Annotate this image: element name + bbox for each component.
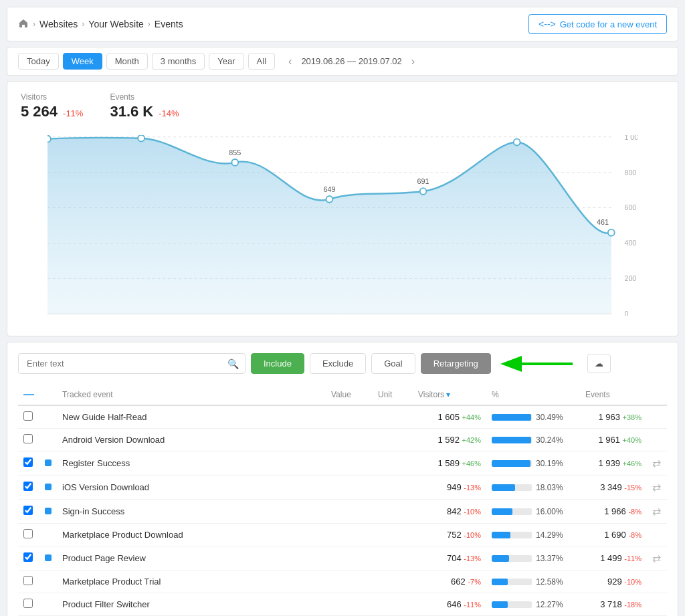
row-events: 1 499 -11% xyxy=(580,546,647,571)
arrow-annotation xyxy=(499,354,579,373)
col-header-indicator xyxy=(39,385,57,405)
row-checkbox[interactable] xyxy=(23,482,33,491)
row-indicator-cell xyxy=(39,429,57,451)
col-header-events: Events xyxy=(580,385,647,405)
table-row: Product Filter Switcher 646 -11% 12.27% … xyxy=(18,593,667,616)
row-checkbox[interactable] xyxy=(23,552,33,562)
search-wrapper: 🔍 xyxy=(18,353,246,374)
include-button[interactable]: Include xyxy=(251,353,304,374)
events-table: — Tracked event Value Unit Visitors ▾ % … xyxy=(18,385,667,616)
row-checkbox[interactable] xyxy=(23,529,33,538)
date-prev-button[interactable]: ‹ xyxy=(284,54,296,69)
time-btn-month[interactable]: Month xyxy=(106,53,148,70)
table-row: Android Version Download 1 592 +42% 30.2… xyxy=(18,429,667,451)
retarget-icon[interactable]: ⇄ xyxy=(652,552,661,564)
svg-point-12 xyxy=(608,229,615,236)
get-code-button[interactable]: <--> Get code for a new event xyxy=(528,14,667,34)
svg-point-6 xyxy=(47,136,51,142)
upload-button[interactable]: ☁ xyxy=(587,354,611,373)
retarget-icon[interactable]: ⇄ xyxy=(652,457,661,469)
row-checkbox[interactable] xyxy=(23,411,33,421)
retarget-icon[interactable]: ⇄ xyxy=(652,482,661,493)
row-checkbox[interactable] xyxy=(23,457,33,467)
events-number: 1 963 xyxy=(598,412,620,422)
col-header-name: Tracked event xyxy=(57,385,326,405)
row-name: Marketplace Product Download xyxy=(57,524,326,546)
date-next-button[interactable]: › xyxy=(407,54,419,69)
row-value xyxy=(326,405,373,429)
row-checkbox-cell xyxy=(18,593,39,616)
time-btn-today[interactable]: Today xyxy=(18,53,59,70)
row-indicator-cell xyxy=(39,524,57,546)
row-checkbox-cell xyxy=(18,524,39,546)
percent-text: 30.24% xyxy=(536,435,563,445)
time-btn-week[interactable]: Week xyxy=(63,53,102,70)
events-number: 1 690 xyxy=(604,530,626,540)
retargeting-button[interactable]: Retargeting xyxy=(421,353,491,374)
row-checkbox[interactable] xyxy=(23,599,33,608)
svg-text:461: 461 xyxy=(597,218,609,226)
row-events: 1 963 +38% xyxy=(580,405,647,429)
row-indicator xyxy=(45,459,52,466)
search-input[interactable] xyxy=(18,353,246,374)
row-checkbox[interactable] xyxy=(23,576,33,585)
visitors-number: 949 xyxy=(447,482,462,492)
green-arrow-icon xyxy=(499,354,579,373)
home-icon[interactable] xyxy=(18,18,29,31)
percent-text: 18.03% xyxy=(536,483,563,492)
row-checkbox[interactable] xyxy=(23,434,33,443)
percent-bar-fill xyxy=(492,532,510,538)
percent-text: 14.29% xyxy=(536,530,563,540)
svg-point-10 xyxy=(420,188,427,195)
breadcrumb-your-website[interactable]: Your Website xyxy=(88,19,144,29)
row-checkbox-cell xyxy=(18,405,39,429)
percent-bar-fill xyxy=(492,555,509,562)
svg-point-8 xyxy=(231,159,238,166)
events-number: 3 718 xyxy=(600,599,622,609)
percent-text: 30.19% xyxy=(536,459,563,468)
percent-text: 30.49% xyxy=(536,413,563,422)
row-name: Marketplace Product Trial xyxy=(57,571,326,593)
row-action: ⇄ xyxy=(647,500,667,524)
percent-bar-wrapper: 13.37% xyxy=(492,554,575,563)
events-value: 31.6 K xyxy=(110,103,153,120)
row-value xyxy=(326,500,373,524)
row-percent: 30.19% xyxy=(486,451,580,476)
goal-button[interactable]: Goal xyxy=(371,353,415,374)
row-action xyxy=(647,405,667,429)
breadcrumb-websites[interactable]: Websites xyxy=(39,19,78,29)
exclude-button[interactable]: Exclude xyxy=(310,353,366,374)
date-range-label: 2019.06.26 — 2019.07.02 xyxy=(301,56,401,66)
percent-bar-fill xyxy=(492,579,508,585)
events-number: 1 499 xyxy=(600,553,622,563)
col-header-action xyxy=(647,385,667,405)
percent-bar-fill xyxy=(492,460,530,467)
row-visitors: 949 -13% xyxy=(413,476,486,500)
col-header-visitors[interactable]: Visitors ▾ xyxy=(413,385,486,405)
time-btn-3months[interactable]: 3 months xyxy=(152,53,205,70)
percent-text: 13.37% xyxy=(536,554,563,563)
row-percent: 12.58% xyxy=(486,571,580,593)
percent-bar-fill xyxy=(492,437,531,443)
svg-text:600: 600 xyxy=(624,203,636,211)
breadcrumb-sep-3: › xyxy=(148,19,151,29)
row-checkbox[interactable] xyxy=(23,506,33,515)
row-action: ⇄ xyxy=(647,546,667,571)
svg-text:400: 400 xyxy=(624,239,636,247)
row-value xyxy=(326,593,373,616)
select-all-icon[interactable]: — xyxy=(23,389,34,400)
row-name: Android Version Download xyxy=(57,429,326,451)
events-change: +38% xyxy=(623,413,642,421)
row-percent: 14.29% xyxy=(486,524,580,546)
time-btn-all[interactable]: All xyxy=(248,53,275,70)
retarget-icon[interactable]: ⇄ xyxy=(652,506,661,517)
percent-bar-wrapper: 30.19% xyxy=(492,459,575,468)
time-btn-year[interactable]: Year xyxy=(209,53,243,70)
events-section: 🔍 Include Exclude Goal Retargeting ☁ xyxy=(7,342,678,616)
events-number: 929 xyxy=(607,577,622,587)
row-events: 929 -10% xyxy=(580,571,647,593)
visitors-number: 1 592 xyxy=(437,435,460,445)
visitors-stat: Visitors 5 264 -11% xyxy=(21,92,83,120)
row-visitors: 662 -7% xyxy=(413,571,486,593)
events-change: -15% xyxy=(624,484,642,492)
